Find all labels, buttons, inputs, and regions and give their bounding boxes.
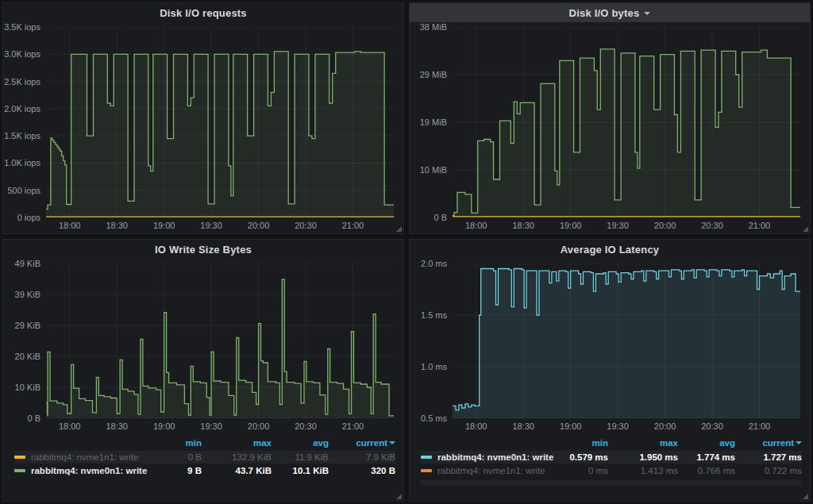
series-color-swatch[interactable] — [421, 469, 432, 472]
legend-header-label: max — [253, 438, 272, 448]
x-tick-label: 19:00 — [560, 221, 582, 230]
series-color-swatch[interactable] — [421, 456, 432, 459]
legend-value-current: 7.9 KiB — [329, 452, 395, 462]
x-tick-label: 18:00 — [59, 421, 81, 431]
panel-header[interactable]: IO Write Size Bytes — [3, 240, 403, 259]
x-tick-label: 19:30 — [607, 221, 629, 230]
series-color-swatch[interactable] — [14, 456, 25, 459]
panel-title[interactable]: Disk I/O bytes — [569, 7, 640, 19]
chevron-down-icon[interactable] — [644, 12, 650, 15]
legend-header-label: max — [660, 438, 678, 448]
legend-sort-header-min[interactable]: min — [557, 438, 608, 448]
panel-resize-handle[interactable] — [803, 494, 808, 499]
x-tick-label: 18:30 — [106, 221, 128, 230]
panel-resize-handle[interactable] — [396, 494, 402, 499]
legend-series-row: rabbitmq4: nvme0n1: write9 B43.7 KiB10.1… — [14, 464, 395, 477]
x-tick-label: 20:00 — [654, 421, 676, 431]
legend-value-current: 0.722 ms — [735, 466, 802, 475]
legend-header-label: min — [186, 438, 202, 448]
y-tick-label: 3.0K iops — [4, 49, 40, 59]
legend-series-toggle[interactable]: rabbitmq4: nvme1n1: write — [14, 452, 151, 462]
legend-table: minmaxavgcurrentrabbitmq4: nvme0n1: writ… — [410, 434, 810, 501]
x-axis: 18:0018:3019:0019:3020:0020:3021:00 — [453, 217, 800, 233]
legend-header-label: current — [762, 438, 794, 448]
panel-resize-handle[interactable] — [803, 226, 808, 232]
y-tick-label: 2.5K iops — [4, 77, 40, 87]
x-tick-label: 20:00 — [654, 221, 676, 230]
plot-area[interactable] — [46, 264, 394, 418]
x-tick-label: 21:00 — [749, 421, 771, 431]
x-tick-label: 19:30 — [200, 221, 222, 230]
y-tick-label: 3.5K iops — [4, 22, 40, 32]
x-tick-label: 20:30 — [701, 421, 723, 431]
legend-value-min: 9 B — [151, 466, 202, 475]
x-tick-label: 21:00 — [342, 421, 364, 431]
legend-series-toggle[interactable]: rabbitmq4: nvme0n1: write — [421, 452, 557, 462]
legend-sort-header-current[interactable]: current — [735, 438, 802, 448]
x-tick-label: 20:00 — [248, 221, 270, 230]
legend-sort-header-min[interactable]: min — [151, 438, 202, 448]
legend-sort-header-avg[interactable]: avg — [678, 438, 735, 448]
panel-title[interactable]: IO Write Size Bytes — [155, 244, 252, 256]
chart-io-write-size-bytes: 0 B10 KiB20 KiB29 KiB39 KiB49 KiB 18:001… — [3, 259, 403, 434]
x-tick-label: 21:00 — [749, 221, 771, 230]
legend-value-min: 0.579 ms — [557, 452, 608, 462]
x-axis: 18:0018:3019:0019:3020:0020:3021:00 — [46, 217, 394, 233]
y-axis: 0 B10 KiB20 KiB29 KiB39 KiB49 KiB — [3, 264, 46, 418]
plot-area[interactable] — [453, 27, 800, 217]
y-tick-label: 1.5K iops — [4, 131, 40, 140]
x-tick-label: 19:00 — [153, 221, 175, 230]
legend-sort-header-max[interactable]: max — [202, 438, 272, 448]
y-tick-label: 2.0K iops — [4, 104, 40, 113]
series-name: rabbitmq4: nvme1n1: write — [31, 452, 139, 462]
chart-disk-io-bytes: 0 B10 MiB19 MiB29 MiB38 MiB 18:0018:3019… — [410, 22, 810, 233]
series-name: rabbitmq4: nvme0n1: write — [31, 466, 147, 475]
panel-header[interactable]: Disk I/O requests — [3, 3, 403, 22]
legend-value-min: 0 B — [151, 452, 202, 462]
series-color-swatch[interactable] — [14, 469, 25, 472]
legend-value-avg: 10.1 KiB — [272, 466, 329, 475]
panel-header[interactable]: Disk I/O bytes — [410, 3, 810, 22]
y-tick-label: 10 KiB — [15, 383, 40, 392]
legend-value-max: 1.413 ms — [608, 466, 678, 475]
legend-value-avg: 11.9 KiB — [272, 452, 329, 462]
y-tick-label: 1.5 ms — [421, 310, 447, 320]
x-tick-label: 18:30 — [512, 421, 534, 431]
legend-series-row: rabbitmq4: nvme1n1: write0 ms1.413 ms0.7… — [421, 464, 802, 477]
legend-header-row: minmaxavgcurrent — [421, 436, 802, 450]
y-axis: 0 iops500 iops1.0K iops1.5K iops2.0K iop… — [3, 27, 46, 217]
plot-area[interactable] — [46, 27, 394, 217]
plot-area[interactable] — [453, 264, 800, 418]
panel-average-io-latency: Average IO Latency 0.5 ms1.0 ms1.5 ms2.0… — [409, 239, 811, 502]
legend-header-row: minmaxavgcurrent — [14, 436, 395, 450]
y-tick-label: 0 B — [27, 414, 40, 423]
x-tick-label: 18:30 — [106, 421, 128, 431]
legend-sort-header-avg[interactable]: avg — [272, 438, 329, 448]
legend-series-row: rabbitmq4: nvme1n1: write0 B132.9 KiB11.… — [14, 451, 395, 464]
legend-sort-header-current[interactable]: current — [329, 438, 395, 448]
x-tick-label: 18:30 — [512, 221, 534, 230]
panel-title[interactable]: Average IO Latency — [561, 244, 660, 256]
legend-value-max: 132.9 KiB — [202, 452, 272, 462]
x-tick-label: 19:00 — [153, 421, 175, 431]
y-axis: 0.5 ms1.0 ms1.5 ms2.0 ms — [410, 264, 453, 418]
panel-title[interactable]: Disk I/O requests — [160, 7, 247, 19]
y-tick-label: 19 MiB — [420, 117, 447, 127]
legend-sort-header-max[interactable]: max — [608, 438, 678, 448]
y-tick-label: 29 KiB — [15, 321, 40, 330]
x-tick-label: 19:30 — [200, 421, 222, 431]
legend-value-avg: 0.766 ms — [678, 466, 735, 475]
x-tick-label: 18:00 — [465, 421, 487, 431]
panel-io-write-size-bytes: IO Write Size Bytes 0 B10 KiB20 KiB29 Ki… — [2, 239, 404, 502]
panel-disk-io-requests: Disk I/O requests 0 iops500 iops1.0K iop… — [2, 2, 404, 234]
x-tick-label: 20:30 — [295, 421, 317, 431]
legend-series-row: rabbitmq4: nvme0n1: write0.579 ms1.950 m… — [421, 451, 802, 464]
legend-header-label: min — [592, 438, 608, 448]
panel-resize-handle[interactable] — [396, 226, 402, 232]
legend-series-toggle[interactable]: rabbitmq4: nvme0n1: write — [14, 466, 151, 475]
sort-desc-icon — [389, 441, 395, 444]
legend-value-current: 1.727 ms — [735, 452, 802, 462]
panel-header[interactable]: Average IO Latency — [410, 240, 810, 259]
sort-desc-icon — [796, 441, 802, 444]
legend-series-toggle[interactable]: rabbitmq4: nvme1n1: write — [421, 466, 557, 475]
